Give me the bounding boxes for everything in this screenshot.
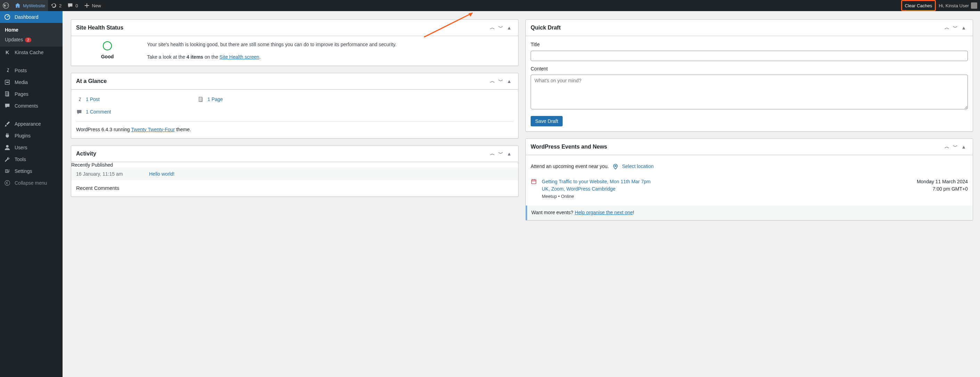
- chevron-up-icon[interactable]: ︿: [488, 24, 496, 32]
- wp-version-line: WordPress 6.4.3 running Twenty Twenty-Fo…: [76, 122, 513, 134]
- sidebar-sub-updates[interactable]: Updates 2: [0, 35, 62, 44]
- sidebar-item-media[interactable]: Media: [0, 76, 62, 88]
- activity-widget: Activity ︿ ﹀ ▲ Recently Published 16 Jan…: [71, 146, 519, 197]
- want-more-events: Want more events? Help organise the next…: [526, 206, 973, 220]
- chevron-down-icon[interactable]: ﹀: [951, 24, 959, 32]
- chevron-down-icon[interactable]: ﹀: [496, 150, 505, 158]
- site-health-widget: Site Health Status ︿ ﹀ ▲ Good Your site'…: [71, 19, 519, 66]
- updates-button[interactable]: 2: [48, 0, 64, 11]
- plug-icon: [4, 133, 10, 139]
- dashboard-content: Site Health Status ︿ ﹀ ▲ Good Your site'…: [62, 11, 980, 377]
- triangle-up-icon[interactable]: ▲: [959, 143, 968, 150]
- avatar: [971, 2, 977, 9]
- at-a-glance-widget: At a Glance ︿ ﹀ ▲ 1 Post 1 Page: [71, 73, 519, 138]
- health-status-label: Good: [101, 53, 114, 61]
- health-indicator-ring: [103, 41, 112, 50]
- activity-row-link[interactable]: Hello world!: [149, 171, 175, 177]
- events-news-widget: WordPress Events and News ︿ ﹀ ▲ Attend a…: [525, 138, 973, 220]
- activity-row-time: 16 January, 11:15 am: [76, 171, 135, 177]
- triangle-up-icon[interactable]: ▲: [959, 24, 968, 31]
- my-account-button[interactable]: Hi, Kinsta User: [936, 0, 980, 11]
- chevron-up-icon[interactable]: ︿: [943, 24, 951, 32]
- pages-icon: [198, 97, 204, 103]
- event-item-date: Monday 11 March 2024: [917, 178, 968, 186]
- sliders-icon: [4, 168, 10, 174]
- help-organise-link[interactable]: Help organise the next one: [575, 210, 633, 215]
- attend-row: Attend an upcoming event near you. Selec…: [531, 160, 968, 173]
- triangle-up-icon[interactable]: ▲: [505, 150, 513, 157]
- draft-content-textarea[interactable]: [531, 74, 968, 109]
- chevron-up-icon[interactable]: ︿: [943, 143, 951, 150]
- save-draft-button[interactable]: Save Draft: [531, 116, 563, 126]
- sidebar-item-kinsta-cache[interactable]: K Kinsta Cache: [0, 46, 62, 58]
- event-item-time: 7:00 pm GMT+0: [917, 185, 968, 193]
- quick-draft-heading: Quick Draft ︿ ﹀ ▲: [526, 20, 973, 36]
- quick-draft-widget: Quick Draft ︿ ﹀ ▲ Title Content Save Dra…: [525, 19, 973, 131]
- wordpress-icon: [3, 2, 9, 9]
- sidebar-item-appearance[interactable]: Appearance: [0, 118, 62, 130]
- svg-point-8: [6, 145, 8, 147]
- comments-count: 0: [75, 3, 78, 8]
- collapse-icon: [4, 180, 10, 186]
- chevron-down-icon[interactable]: ﹀: [496, 78, 505, 85]
- clear-caches-button[interactable]: Clear Caches: [901, 0, 936, 11]
- event-item-type: Meetup • Online: [542, 193, 660, 200]
- left-column: Site Health Status ︿ ﹀ ▲ Good Your site'…: [71, 19, 519, 197]
- svg-point-0: [3, 3, 9, 8]
- chevron-up-icon[interactable]: ︿: [488, 78, 496, 85]
- site-name: MyWebsite: [23, 3, 45, 8]
- sidebar-item-posts[interactable]: Posts: [0, 65, 62, 76]
- comment-icon: [4, 103, 10, 109]
- triangle-up-icon[interactable]: ▲: [505, 24, 513, 31]
- glance-posts-link[interactable]: 1 Post: [76, 96, 177, 103]
- svg-point-9: [5, 181, 10, 185]
- draft-title-input[interactable]: [531, 51, 968, 61]
- sidebar-item-settings[interactable]: Settings: [0, 165, 62, 177]
- site-health-link[interactable]: Site Health screen: [220, 54, 259, 60]
- glance-pages-link[interactable]: 1 Page: [198, 96, 299, 103]
- select-location-link[interactable]: Select location: [622, 163, 654, 171]
- event-item-title[interactable]: Getting Traffic to your Website, Mon 11t…: [542, 178, 660, 193]
- glance-comments-link[interactable]: 1 Comment: [76, 108, 177, 116]
- sidebar-item-dashboard[interactable]: Dashboard: [0, 11, 62, 23]
- sidebar-item-plugins[interactable]: Plugins: [0, 130, 62, 142]
- location-icon[interactable]: [612, 163, 619, 170]
- pin-icon: [4, 67, 10, 74]
- chevron-down-icon[interactable]: ﹀: [951, 143, 959, 150]
- triangle-up-icon[interactable]: ▲: [505, 78, 513, 85]
- admin-sidebar: Dashboard Home Updates 2 K Kinsta Cache …: [0, 11, 62, 377]
- content-label: Content: [531, 65, 968, 73]
- new-label: New: [92, 3, 101, 8]
- media-icon: [4, 79, 10, 86]
- activity-heading: Activity ︿ ﹀ ▲: [71, 146, 518, 162]
- recent-comments-heading: Recent Comments: [71, 180, 518, 196]
- site-name-button[interactable]: MyWebsite: [12, 0, 48, 11]
- k-icon: K: [4, 49, 10, 55]
- sidebar-item-users[interactable]: Users: [0, 142, 62, 154]
- recently-published-heading: Recently Published: [71, 162, 518, 168]
- chevron-down-icon[interactable]: ﹀: [496, 24, 505, 32]
- sidebar-item-comments[interactable]: Comments: [0, 100, 62, 112]
- home-icon: [14, 2, 21, 9]
- sidebar-sub-home[interactable]: Home: [0, 25, 62, 35]
- sidebar-item-pages[interactable]: Pages: [0, 88, 62, 100]
- dashboard-submenu: Home Updates 2: [0, 23, 62, 46]
- glance-heading: At a Glance ︿ ﹀ ▲: [71, 73, 518, 90]
- events-heading: WordPress Events and News ︿ ﹀ ▲: [526, 139, 973, 155]
- collapse-menu-button[interactable]: Collapse menu: [0, 177, 62, 189]
- event-item: Getting Traffic to your Website, Mon 11t…: [531, 173, 968, 203]
- new-content-button[interactable]: New: [81, 0, 104, 11]
- refresh-icon: [51, 2, 57, 9]
- chevron-up-icon[interactable]: ︿: [488, 150, 496, 158]
- theme-link[interactable]: Twenty Twenty-Four: [131, 127, 175, 132]
- comments-button[interactable]: 0: [64, 0, 81, 11]
- clear-caches-label: Clear Caches: [905, 3, 932, 8]
- pages-icon: [4, 91, 10, 97]
- pin-icon: [76, 97, 82, 103]
- updates-count: 2: [59, 3, 62, 8]
- user-icon: [4, 144, 10, 150]
- sidebar-item-tools[interactable]: Tools: [0, 154, 62, 165]
- wordpress-logo-button[interactable]: [0, 0, 12, 11]
- svg-rect-7: [6, 92, 9, 97]
- site-health-heading: Site Health Status ︿ ﹀ ▲: [71, 20, 518, 36]
